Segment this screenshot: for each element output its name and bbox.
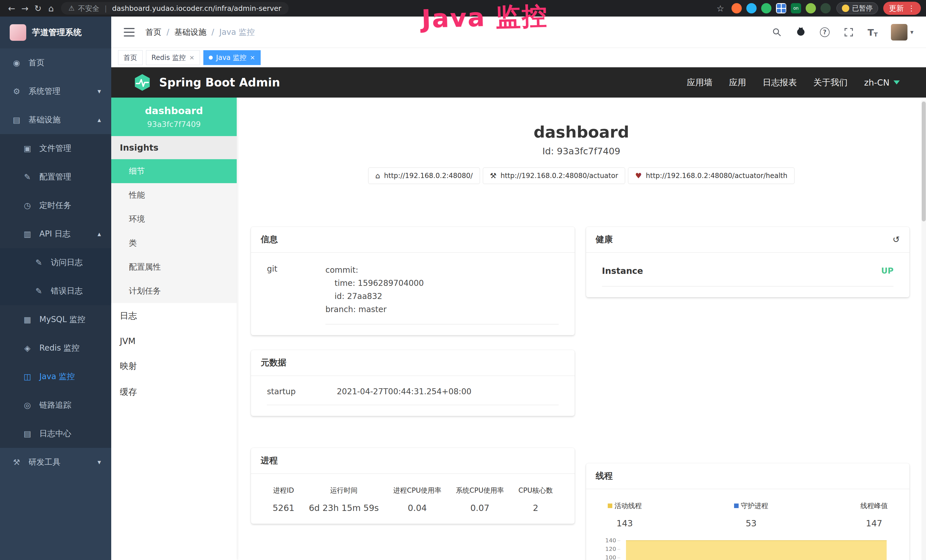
sidebar-item-api-log[interactable]: ▥ API 日志 ▴ (0, 219, 111, 248)
tab-label: Redis 监控 (151, 53, 186, 62)
sba-group-logs[interactable]: 日志 (111, 303, 237, 329)
breadcrumb-infra[interactable]: 基础设施 (174, 27, 206, 38)
sidebar-item-infrastructure[interactable]: ▤ 基础设施 ▴ (0, 106, 111, 134)
app-title: 芋道管理系统 (32, 27, 82, 38)
sba-item-config-props[interactable]: 配置属性 (111, 255, 237, 279)
sba-nav: 应用墙 应用 日志报表 关于我们 zh-CN (687, 77, 900, 88)
instance-name: dashboard (111, 105, 237, 117)
extension-drop-icon[interactable] (746, 3, 757, 14)
sba-nav-wallboard[interactable]: 应用墙 (687, 77, 713, 88)
access-log-icon: ✎ (34, 258, 44, 267)
update-button[interactable]: 更新 ⋮ (883, 2, 921, 15)
browser-toolbar: ← → ↻ ⌂ ⚠ 不安全 | dashboard.yudao.iocoder.… (0, 0, 926, 17)
sba-nav-about[interactable]: 关于我们 (813, 77, 847, 88)
extension-grid-icon[interactable] (776, 3, 786, 14)
browser-menu-icon[interactable]: ⋮ (908, 4, 915, 12)
sidebar-item-error-log[interactable]: ✎ 错误日志 (0, 277, 111, 305)
sidebar-item-config-management[interactable]: ✎ 配置管理 (0, 163, 111, 191)
paused-badge[interactable]: 已暂停 (837, 2, 878, 14)
fullscreen-icon[interactable] (843, 27, 855, 38)
app-shell: 芋道管理系统 ◉ 首页 ⚙ 系统管理 ▾ ▤ 基础设施 ▴ ▣ 文件管理 ✎ 配… (0, 17, 926, 560)
sba-language-select[interactable]: zh-CN (864, 77, 900, 88)
sba-brand-title[interactable]: Spring Boot Admin (159, 76, 280, 89)
tab-redis-monitor[interactable]: Redis 监控 × (146, 50, 200, 65)
chevron-up-icon: ▴ (98, 116, 101, 124)
sidebar-item-scheduled-jobs[interactable]: ◷ 定时任务 (0, 191, 111, 219)
sidebar-item-system-management[interactable]: ⚙ 系统管理 ▾ (0, 77, 111, 106)
sidebar-item-label: 链路追踪 (39, 400, 71, 410)
extension-fox-icon[interactable] (731, 3, 742, 14)
health-instance-label: Instance (602, 266, 643, 276)
sba-group-mappings[interactable]: 映射 (111, 353, 237, 379)
sidebar-item-home[interactable]: ◉ 首页 (0, 48, 111, 77)
user-menu[interactable]: ▾ (891, 24, 914, 41)
search-icon[interactable] (771, 27, 782, 38)
sidebar-item-dev-tools[interactable]: ⚒ 研发工具 ▾ (0, 448, 111, 477)
close-icon[interactable]: × (189, 54, 194, 61)
forward-icon[interactable]: → (18, 3, 31, 14)
address-bar[interactable]: ⚠ 不安全 | dashboard.yudao.iocoder.cn/infra… (61, 2, 289, 15)
breadcrumb-home[interactable]: 首页 (145, 27, 162, 38)
paused-label: 已暂停 (852, 4, 873, 13)
sidebar-item-log-center[interactable]: ▤ 日志中心 (0, 419, 111, 448)
back-icon[interactable]: ← (5, 3, 18, 14)
history-icon[interactable]: ↺ (893, 235, 900, 244)
bookmark-star-icon[interactable]: ☆ (714, 3, 727, 14)
url-text[interactable]: dashboard.yudao.iocoder.cn/infra/admin-s… (112, 4, 281, 12)
extension-dark-icon[interactable] (820, 3, 831, 14)
tab-label: Java 监控 (216, 53, 247, 62)
security-label[interactable]: 不安全 (78, 4, 100, 13)
sidebar-item-trace[interactable]: ◎ 链路追踪 (0, 391, 111, 419)
close-icon[interactable]: × (250, 54, 255, 61)
extension-leaf-icon[interactable] (806, 3, 816, 14)
threads-card: 线程 活动线程 143 守护进程 (586, 463, 910, 560)
sidebar-item-java-monitor[interactable]: ◫ Java 监控 (0, 362, 111, 391)
sba-item-metrics[interactable]: 性能 (111, 183, 237, 207)
health-url-button[interactable]: ♥ http://192.168.0.2:48080/actuator/heal… (628, 168, 794, 184)
admin-sidebar: 芋道管理系统 ◉ 首页 ⚙ 系统管理 ▾ ▤ 基础设施 ▴ ▣ 文件管理 ✎ 配… (0, 17, 111, 560)
cards-grid: 信息 git commit: time: 1596289704000 id: 2… (237, 227, 926, 560)
chevron-down-icon: ▾ (98, 87, 101, 95)
scrollbar-thumb[interactable] (922, 101, 926, 221)
home-icon[interactable]: ⌂ (44, 3, 57, 14)
sidebar-item-file-management[interactable]: ▣ 文件管理 (0, 134, 111, 163)
service-url-button[interactable]: ⌂ http://192.168.0.2:48080/ (368, 168, 480, 184)
sba-item-scheduled-tasks[interactable]: 计划任务 (111, 279, 237, 303)
sba-nav-applications[interactable]: 应用 (729, 77, 746, 88)
sidebar-item-label: 配置管理 (39, 171, 71, 182)
actuator-url-button[interactable]: ⚒ http://192.168.0.2:48080/actuator (483, 168, 625, 184)
card-title: 进程 (261, 455, 278, 466)
extension-switch-on-icon[interactable]: on (791, 3, 801, 14)
sba-item-details[interactable]: 细节 (111, 159, 237, 183)
health-row-instance[interactable]: Instance UP (602, 266, 894, 286)
sidebar-item-mysql-monitor[interactable]: ▦ MySQL 监控 (0, 305, 111, 334)
tab-java-monitor[interactable]: Java 监控 × (203, 50, 261, 65)
sidebar-item-label: API 日志 (39, 229, 70, 239)
sba-instance-header[interactable]: dashboard 93a3fc7f7409 (111, 98, 237, 136)
sba-group-jvm[interactable]: JVM (111, 329, 237, 353)
process-card: 进程 进程ID 5261 运行时间 (251, 448, 575, 524)
github-icon[interactable] (795, 27, 806, 38)
help-icon[interactable]: ? (819, 27, 831, 38)
sba-item-environment[interactable]: 环境 (111, 207, 237, 231)
sidebar-collapse-icon[interactable] (124, 28, 135, 36)
trace-icon: ◎ (22, 401, 33, 410)
sba-item-classes[interactable]: 类 (111, 231, 237, 255)
page-scrollbar[interactable] (921, 100, 926, 560)
config-icon: ✎ (22, 172, 33, 182)
y-axis-tick: 100 (602, 554, 620, 560)
emoji-face-icon (842, 5, 849, 12)
reload-icon[interactable]: ↻ (31, 3, 44, 14)
stat-cpu-cores: CPU核心数 2 (519, 486, 553, 513)
sidebar-item-redis-monitor[interactable]: ◈ Redis 监控 (0, 334, 111, 362)
font-size-icon[interactable]: TT (867, 27, 878, 38)
sba-nav-journal[interactable]: 日志报表 (763, 77, 797, 88)
avatar[interactable] (891, 24, 908, 41)
sba-group-caches[interactable]: 缓存 (111, 379, 237, 405)
chevron-up-icon: ▴ (98, 230, 101, 238)
sidebar-item-access-log[interactable]: ✎ 访问日志 (0, 248, 111, 277)
extension-green-icon[interactable] (761, 3, 772, 14)
y-axis-tick: 140 (602, 537, 620, 544)
tab-home[interactable]: 首页 (118, 50, 142, 65)
app-logo[interactable]: 芋道管理系统 (0, 17, 111, 48)
